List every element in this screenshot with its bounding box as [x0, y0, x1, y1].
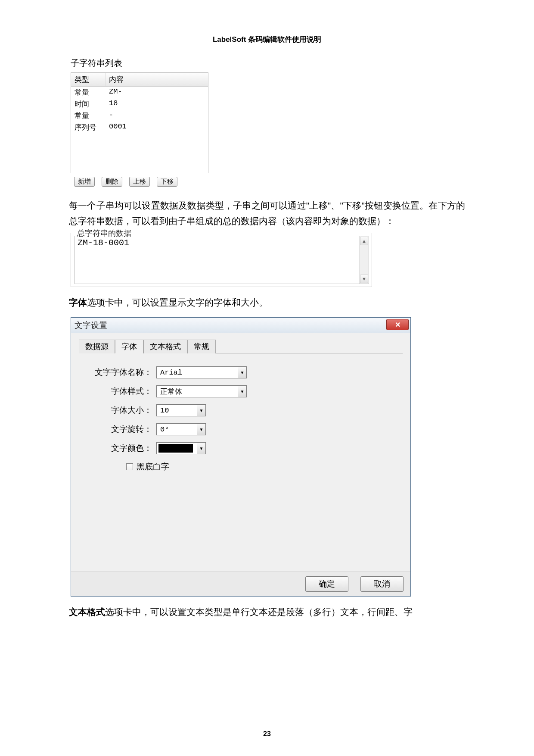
table-row[interactable]: 时间 18	[71, 98, 208, 110]
total-string-textarea[interactable]	[75, 236, 359, 284]
chevron-down-icon: ▼	[238, 367, 246, 378]
color-combo[interactable]: ▼	[156, 442, 206, 454]
cell-content: 18	[106, 98, 208, 110]
ok-button[interactable]: 确定	[305, 576, 348, 592]
substring-list-label: 子字符串列表	[71, 57, 465, 69]
paragraph-2-bold: 字体	[69, 297, 87, 307]
cell-type: 序列号	[71, 122, 106, 133]
font-name-value: Arial	[157, 369, 186, 377]
text-settings-dialog: 文字设置 ✕ 数据源 字体 文本格式 常规 文字字体名称： Arial ▼	[71, 317, 411, 597]
cell-content: 0001	[106, 122, 208, 133]
color-swatch	[158, 444, 193, 453]
tab-text-format[interactable]: 文本格式	[143, 340, 187, 353]
paragraph-3-bold: 文本格式	[69, 607, 105, 617]
table-row[interactable]: 序列号 0001	[71, 122, 208, 133]
font-size-combo[interactable]: 10 ▼	[156, 404, 206, 416]
font-style-value: 正常体	[157, 387, 186, 397]
total-string-legend: 总字符串的数据	[75, 228, 133, 238]
tab-general[interactable]: 常规	[187, 340, 216, 353]
tab-data-source[interactable]: 数据源	[79, 340, 115, 353]
table-row[interactable]: 常量 -	[71, 110, 208, 122]
paragraph-2-rest: 选项卡中，可以设置显示文字的字体和大小。	[87, 297, 268, 307]
doc-header: LabelSoft 条码编辑软件使用说明	[69, 34, 465, 44]
move-up-button[interactable]: 上移	[129, 177, 150, 187]
rotate-combo[interactable]: 0° ▼	[156, 423, 206, 435]
tab-font[interactable]: 字体	[115, 340, 143, 353]
total-string-fieldset: 总字符串的数据 ▲ ▼	[71, 233, 372, 287]
font-size-label: 字体大小：	[79, 405, 156, 416]
inverse-label: 黑底白字	[137, 461, 169, 472]
chevron-down-icon: ▼	[197, 405, 205, 416]
table-row[interactable]: 常量 ZM-	[71, 87, 208, 98]
cell-type: 时间	[71, 98, 106, 110]
font-style-combo[interactable]: 正常体 ▼	[156, 385, 247, 397]
paragraph-2: 字体选项卡中，可以设置显示文字的字体和大小。	[69, 295, 465, 310]
chevron-down-icon: ▼	[197, 424, 205, 435]
cancel-button[interactable]: 取消	[360, 576, 404, 592]
dialog-title: 文字设置	[75, 320, 107, 331]
inverse-checkbox[interactable]	[126, 463, 133, 470]
delete-button[interactable]: 删除	[102, 177, 122, 187]
color-label: 文字颜色：	[79, 443, 156, 454]
font-name-label: 文字字体名称：	[79, 367, 156, 378]
cell-content: -	[106, 110, 208, 122]
close-button[interactable]: ✕	[386, 319, 409, 330]
substring-table-header: 类型 内容	[71, 73, 208, 87]
paragraph-3-rest: 选项卡中，可以设置文本类型是单行文本还是段落（多行）文本，行间距、字	[105, 607, 413, 617]
dialog-titlebar[interactable]: 文字设置 ✕	[71, 318, 410, 333]
substring-table: 类型 内容 常量 ZM- 时间 18 常量 - 序列号 0001	[71, 72, 208, 173]
dialog-tabs: 数据源 字体 文本格式 常规	[79, 339, 403, 353]
add-button[interactable]: 新增	[74, 177, 95, 187]
col-header-content: 内容	[106, 73, 208, 86]
rotate-label: 文字旋转：	[79, 424, 156, 435]
font-style-label: 字体样式：	[79, 386, 156, 397]
close-icon: ✕	[395, 321, 400, 329]
font-size-value: 10	[157, 406, 172, 415]
scroll-up-icon[interactable]: ▲	[360, 237, 368, 245]
cell-content: ZM-	[106, 87, 208, 98]
cell-type: 常量	[71, 87, 106, 98]
rotate-value: 0°	[157, 425, 172, 434]
font-name-combo[interactable]: Arial ▼	[156, 366, 247, 378]
page-number: 23	[0, 730, 534, 738]
paragraph-1: 每一个子串均可以设置数据及数据类型，子串之间可以通过"上移"、"下移"按钮变换位…	[69, 198, 465, 228]
chevron-down-icon: ▼	[238, 386, 246, 397]
scroll-down-icon[interactable]: ▼	[360, 275, 368, 283]
chevron-down-icon: ▼	[197, 443, 205, 454]
col-header-type: 类型	[71, 73, 106, 86]
scrollbar[interactable]: ▲ ▼	[359, 236, 369, 284]
cell-type: 常量	[71, 110, 106, 122]
paragraph-3: 文本格式选项卡中，可以设置文本类型是单行文本还是段落（多行）文本，行间距、字	[69, 604, 465, 620]
move-down-button[interactable]: 下移	[157, 177, 177, 187]
